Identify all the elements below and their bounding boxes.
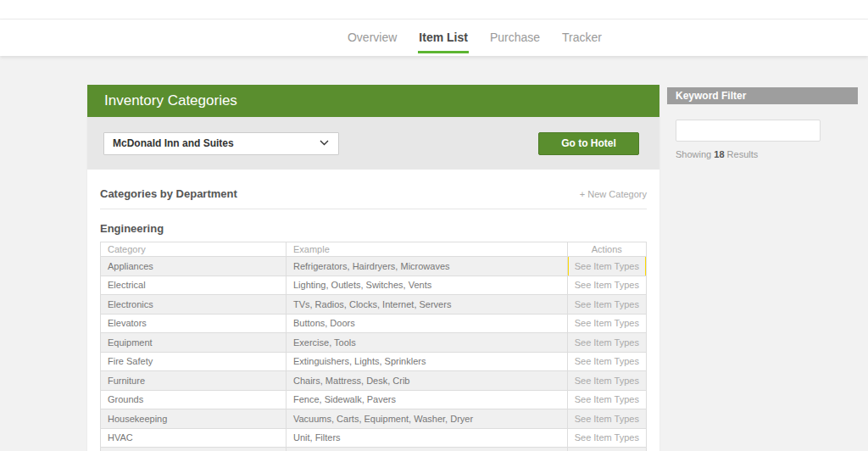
inventory-categories-panel: Inventory Categories McDonald Inn and Su… — [87, 85, 659, 451]
see-item-types-link[interactable]: See Item Types — [575, 261, 639, 271]
actions-cell: See Item Types — [567, 276, 646, 295]
category-cell: Electronics — [101, 295, 287, 315]
tab-purchase-label: Purchase — [490, 31, 540, 44]
actions-cell: See Item Types — [567, 333, 646, 353]
keyword-filter-header: Keyword Filter — [667, 87, 858, 104]
section-divider — [100, 209, 647, 209]
see-item-types-link[interactable]: See Item Types — [575, 280, 639, 290]
active-tab-underline — [418, 51, 469, 53]
categories-table: Category Example Actions Appliances Refr… — [100, 242, 647, 451]
table-row: Appliances Refrigerators, Hairdryers, Mi… — [101, 257, 647, 276]
go-to-hotel-button[interactable]: Go to Hotel — [538, 132, 639, 155]
category-cell: Appliances — [101, 257, 287, 276]
example-cell: Buttons, Doors — [286, 314, 567, 333]
example-cell: Fence, Sidewalk, Pavers — [286, 390, 567, 409]
nav-tabs: Overview Item List Purchase Tracker — [347, 20, 603, 55]
actions-cell: See Item Types — [567, 371, 646, 391]
see-item-types-link[interactable]: See Item Types — [575, 394, 639, 404]
table-row: Housekeeping Vacuums, Carts, Equipment, … — [101, 409, 647, 429]
actions-cell: See Item Types — [567, 390, 646, 409]
table-row: Fire Safety Extinguishers, Lights, Sprin… — [101, 352, 647, 371]
see-item-types-link[interactable]: See Item Types — [575, 299, 639, 309]
table-row: HVAC Unit, Filters See Item Types — [101, 428, 647, 448]
results-count-line: Showing 18 Results — [676, 149, 858, 159]
example-cell: Lighting, Outlets, Switches, Vents — [286, 276, 567, 295]
example-cell: TVs, Radios, Clocks, Internet, Servers — [286, 295, 567, 315]
table-row: Electrical Lighting, Outlets, Switches, … — [101, 276, 647, 295]
panel-title: Inventory Categories — [87, 85, 659, 117]
category-cell: Furniture — [101, 371, 287, 391]
column-header-example: Example — [286, 242, 567, 257]
category-cell: Elevators — [101, 314, 287, 333]
hotel-select[interactable]: McDonald Inn and Suites — [103, 132, 339, 155]
category-cell: Grounds — [101, 390, 287, 409]
tab-item-list-label: Item List — [419, 31, 468, 44]
results-suffix: Results — [725, 149, 759, 159]
new-category-link[interactable]: + New Category — [580, 189, 647, 199]
department-title: Engineering — [100, 222, 647, 235]
tab-purchase[interactable]: Purchase — [489, 20, 541, 55]
table-row: Elevators Buttons, Doors See Item Types — [101, 314, 647, 333]
category-cell: Fire Safety — [101, 352, 287, 371]
see-item-types-link[interactable]: See Item Types — [575, 318, 639, 328]
category-cell: Electrical — [101, 276, 287, 295]
see-item-types-link[interactable]: See Item Types — [575, 414, 639, 424]
column-header-actions: Actions — [567, 242, 646, 257]
hotel-select-wrap: McDonald Inn and Suites — [103, 132, 339, 155]
table-row: Equipment Exercise, Tools See Item Types — [101, 333, 647, 353]
tab-tracker-label: Tracker — [562, 31, 602, 44]
example-cell: Extinguishers, Lights, Sprinklers — [286, 352, 567, 371]
tab-item-list[interactable]: Item List — [418, 20, 469, 55]
top-strip — [0, 0, 868, 19]
example-cell — [286, 448, 567, 451]
main-navbar: Overview Item List Purchase Tracker — [0, 19, 868, 56]
section-title: Categories by Department — [100, 187, 237, 200]
column-header-category: Category — [101, 242, 287, 257]
tab-overview-label: Overview — [348, 31, 397, 44]
actions-cell: See Item Types — [567, 314, 646, 333]
see-item-types-link[interactable]: See Item Types — [575, 432, 639, 443]
actions-cell: See Item Types — [567, 409, 646, 429]
actions-cell — [567, 448, 646, 451]
tab-overview[interactable]: Overview — [347, 20, 398, 55]
see-item-types-link[interactable]: See Item Types — [575, 376, 639, 386]
category-cell: HVAC — [101, 428, 287, 448]
panel-body: Categories by Department + New Category … — [87, 187, 659, 451]
table-row-partial — [101, 448, 647, 451]
table-header-row: Category Example Actions — [101, 242, 647, 257]
table-row: Furniture Chairs, Mattress, Desk, Crib S… — [101, 371, 647, 391]
actions-cell: See Item Types — [567, 257, 646, 276]
keyword-filter-sidebar: Keyword Filter Showing 18 Results — [667, 87, 858, 159]
panel-toolbar: McDonald Inn and Suites Go to Hotel — [87, 117, 659, 170]
see-item-types-link[interactable]: See Item Types — [575, 337, 639, 348]
table-row: Electronics TVs, Radios, Clocks, Interne… — [101, 295, 647, 315]
category-cell: Housekeeping — [101, 409, 287, 429]
category-cell — [101, 448, 287, 451]
results-prefix: Showing — [676, 149, 714, 159]
example-cell: Refrigerators, Hairdryers, Microwaves — [286, 257, 567, 276]
see-item-types-link[interactable]: See Item Types — [575, 356, 639, 366]
example-cell: Vacuums, Carts, Equipment, Washer, Dryer — [286, 409, 567, 429]
example-cell: Unit, Filters — [286, 428, 567, 448]
example-cell: Chairs, Mattress, Desk, Crib — [286, 371, 567, 391]
table-row: Grounds Fence, Sidewalk, Pavers See Item… — [101, 390, 647, 409]
category-cell: Equipment — [101, 333, 287, 353]
example-cell: Exercise, Tools — [286, 333, 567, 353]
actions-cell: See Item Types — [567, 295, 646, 315]
tab-tracker[interactable]: Tracker — [561, 20, 603, 55]
actions-cell: See Item Types — [567, 428, 646, 448]
section-head: Categories by Department + New Category — [100, 187, 647, 200]
keyword-filter-input[interactable] — [676, 120, 821, 142]
actions-cell: See Item Types — [567, 352, 646, 371]
results-count: 18 — [714, 149, 724, 159]
